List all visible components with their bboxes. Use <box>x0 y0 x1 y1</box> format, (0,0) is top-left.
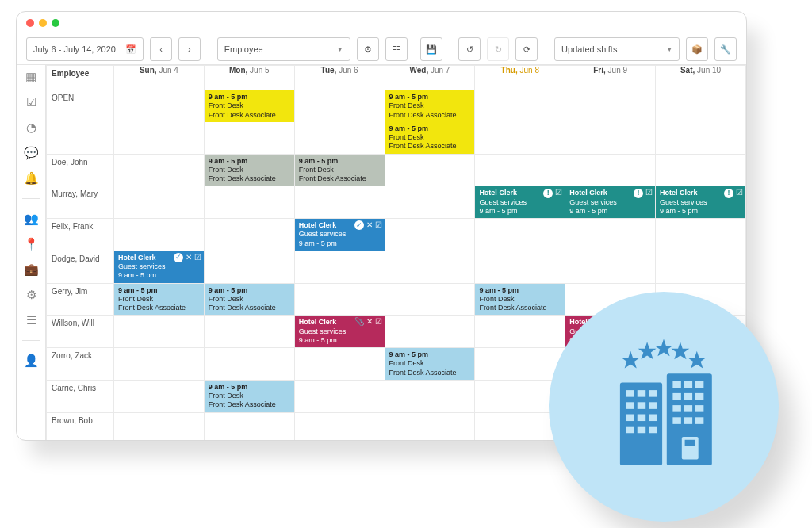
day-cell[interactable] <box>565 219 656 251</box>
day-cell[interactable] <box>114 186 205 219</box>
shift-card[interactable]: 9 am - 5 pmFront DeskFront Desk Associat… <box>295 155 385 186</box>
check-icon[interactable]: ☑ <box>736 188 743 198</box>
day-cell[interactable]: !☑Hotel ClerkGuest services9 am - 5 pm <box>656 186 746 219</box>
day-cell[interactable]: 9 am - 5 pmFront DeskFront Desk Associat… <box>475 283 565 316</box>
check-icon[interactable]: ☑ <box>375 317 382 327</box>
close-icon[interactable]: ✕ <box>366 220 373 231</box>
day-cell[interactable]: 9 am - 5 pmFront DeskFront Desk Associat… <box>294 154 385 186</box>
day-cell[interactable] <box>656 251 746 283</box>
day-cell[interactable] <box>294 348 385 381</box>
day-cell[interactable]: 9 am - 5 pmFront DeskFront Desk Associat… <box>114 283 205 316</box>
day-cell[interactable] <box>385 412 475 441</box>
day-cell[interactable]: 9 am - 5 pmFront DeskFront Desk Associat… <box>204 283 294 316</box>
day-cell[interactable] <box>204 186 294 219</box>
day-cell[interactable] <box>385 251 475 283</box>
day-cell[interactable] <box>385 154 475 186</box>
sidebar-settings-icon[interactable]: ⚙ <box>26 288 36 302</box>
shift-card[interactable]: 9 am - 5 pmFront DeskFront Desk Associat… <box>385 122 475 154</box>
day-cell[interactable]: 9 am - 5 pmFront DeskFront Desk Associat… <box>385 90 475 155</box>
employee-name[interactable]: Brown, Bob <box>47 412 114 441</box>
sidebar-team-icon[interactable]: 👥 <box>24 212 39 226</box>
employee-name[interactable]: OPEN <box>47 90 114 155</box>
prev-week-button[interactable]: ‹ <box>150 37 172 61</box>
shift-card[interactable]: !☑Hotel ClerkGuest services9 am - 5 pm <box>565 186 655 218</box>
day-cell[interactable] <box>294 186 385 219</box>
employee-name[interactable]: Felix, Frank <box>47 219 114 251</box>
archive-button[interactable]: 📦 <box>686 37 708 61</box>
check-icon[interactable]: ☑ <box>194 253 201 263</box>
day-cell[interactable] <box>656 219 746 251</box>
attach-icon[interactable]: 📎 <box>354 317 364 327</box>
employee-name[interactable]: Murray, Mary <box>47 186 114 219</box>
redo-button[interactable]: ↻ <box>487 37 509 61</box>
window-minimize-icon[interactable] <box>39 19 47 27</box>
day-cell[interactable] <box>475 251 565 283</box>
shift-card[interactable]: ✓✕☑Hotel ClerkGuest services9 am - 5 pm <box>114 251 204 283</box>
day-cell[interactable] <box>385 283 475 316</box>
day-cell[interactable] <box>204 412 294 441</box>
day-cell[interactable] <box>656 154 746 186</box>
day-cell[interactable] <box>114 348 205 381</box>
shift-card[interactable]: 9 am - 5 pmFront DeskFront Desk Associat… <box>114 284 204 316</box>
day-cell[interactable]: 📎✕☑Hotel ClerkGuest services9 am - 5 pm <box>294 316 385 348</box>
day-cell[interactable]: 9 am - 5 pmFront DeskFront Desk Associat… <box>204 154 294 186</box>
day-cell[interactable] <box>114 219 205 251</box>
day-cell[interactable] <box>294 380 385 412</box>
shift-card[interactable]: 9 am - 5 pmFront DeskFront Desk Associat… <box>205 90 294 122</box>
day-cell[interactable] <box>114 316 205 348</box>
refresh-button[interactable]: ⟳ <box>515 37 538 61</box>
sidebar-grid-icon[interactable]: ▦ <box>25 70 36 84</box>
sidebar-profile-icon[interactable]: 👤 <box>24 354 39 368</box>
day-cell[interactable] <box>294 412 385 441</box>
check-icon[interactable]: ☑ <box>645 188 653 198</box>
shift-card[interactable]: 9 am - 5 pmFront DeskFront Desk Associat… <box>205 284 294 316</box>
day-cell[interactable] <box>475 90 565 155</box>
day-cell[interactable] <box>294 90 385 155</box>
shift-card[interactable]: !☑Hotel ClerkGuest services9 am - 5 pm <box>656 186 745 218</box>
employee-name[interactable]: Doe, John <box>47 154 114 186</box>
sidebar-alerts-icon[interactable]: 🔔 <box>24 171 39 186</box>
shift-card[interactable]: 9 am - 5 pmFront DeskFront Desk Associat… <box>385 348 475 380</box>
shift-card[interactable]: 9 am - 5 pmFront DeskFront Desk Associat… <box>205 381 294 412</box>
shift-card[interactable]: 9 am - 5 pmFront DeskFront Desk Associat… <box>475 284 565 316</box>
updated-shifts-select[interactable]: Updated shifts ▼ <box>554 37 680 61</box>
day-cell[interactable] <box>475 219 565 251</box>
undo-button[interactable]: ↺ <box>458 37 481 61</box>
day-cell[interactable]: ✓✕☑Hotel ClerkGuest services9 am - 5 pm <box>114 251 205 283</box>
day-cell[interactable] <box>565 90 656 155</box>
close-icon[interactable]: ✕ <box>366 317 373 327</box>
day-cell[interactable] <box>475 348 565 381</box>
day-cell[interactable] <box>204 251 294 283</box>
shift-card[interactable]: 9 am - 5 pmFront DeskFront Desk Associat… <box>205 155 294 186</box>
day-cell[interactable] <box>385 316 475 348</box>
check-icon[interactable]: ☑ <box>375 220 382 231</box>
sidebar-reports-icon[interactable]: ◔ <box>26 121 36 135</box>
day-cell[interactable] <box>656 90 746 155</box>
employee-name[interactable]: Gerry, Jim <box>47 283 114 316</box>
day-cell[interactable] <box>565 251 656 283</box>
day-cell[interactable] <box>475 154 565 186</box>
day-cell[interactable]: 9 am - 5 pmFront DeskFront Desk Associat… <box>204 90 294 155</box>
next-week-button[interactable]: › <box>178 37 201 61</box>
employee-name[interactable]: Zorro, Zack <box>47 348 114 381</box>
tools-button[interactable]: 🔧 <box>714 37 737 61</box>
day-cell[interactable]: !☑Hotel ClerkGuest services9 am - 5 pm <box>565 186 656 219</box>
day-cell[interactable] <box>204 348 294 381</box>
group-by-select[interactable]: Employee ▼ <box>217 37 350 61</box>
day-cell[interactable] <box>565 154 656 186</box>
day-cell[interactable] <box>114 154 205 186</box>
employee-name[interactable]: Carrie, Chris <box>47 380 114 412</box>
day-cell[interactable] <box>294 251 385 283</box>
window-close-icon[interactable] <box>26 19 34 27</box>
day-cell[interactable] <box>385 219 475 251</box>
day-cell[interactable]: 9 am - 5 pmFront DeskFront Desk Associat… <box>204 380 294 412</box>
sidebar-chat-icon[interactable]: 💬 <box>24 146 39 160</box>
save-button[interactable]: 💾 <box>420 37 442 61</box>
check-icon[interactable]: ☑ <box>555 188 562 198</box>
sidebar-briefcase-icon[interactable]: 💼 <box>24 262 39 277</box>
sidebar-list-icon[interactable]: ☰ <box>26 313 36 327</box>
day-cell[interactable] <box>114 412 205 441</box>
day-cell[interactable]: 9 am - 5 pmFront DeskFront Desk Associat… <box>385 348 475 381</box>
day-cell[interactable] <box>294 283 385 316</box>
filter-button[interactable]: ☷ <box>385 37 408 61</box>
